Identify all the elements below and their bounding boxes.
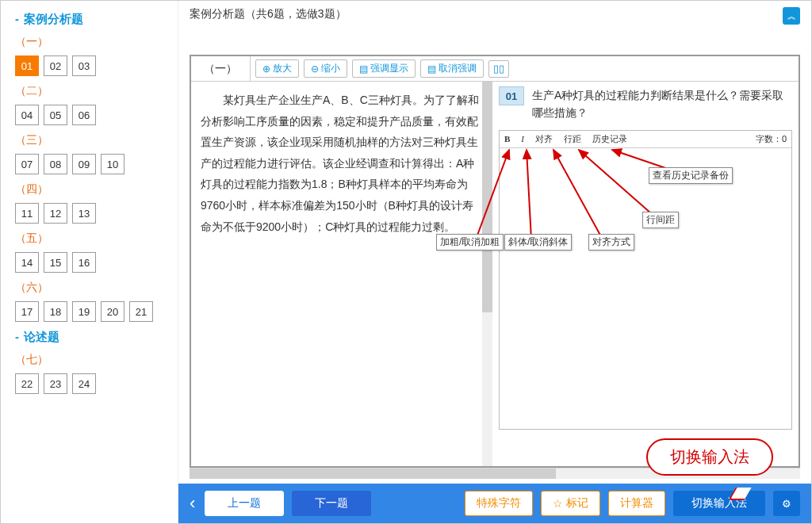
calculator-button[interactable]: 计算器 [608, 491, 665, 516]
passage-scrollbar[interactable] [482, 82, 492, 466]
next-button[interactable]: 下一题 [292, 491, 371, 516]
minus-icon: ⊖ [311, 63, 319, 75]
editor-textarea[interactable]: 加粗/取消加粗 斜体/取消斜体 对齐方式 行间距 查看历史记录备份 [500, 148, 791, 429]
star-icon: ☆ [553, 497, 563, 510]
question-number-badge: 01 [499, 86, 524, 105]
anno-align-label: 对齐方式 [588, 234, 634, 251]
group-5-label: （五） [15, 231, 178, 246]
passage-toolbar: （一） ⊕放大 ⊖缩小 ▤强调显示 ▤取消强调 ▯▯ [191, 56, 799, 82]
unhighlight-button[interactable]: ▤取消强调 [420, 59, 484, 78]
q-nav-13[interactable]: 13 [72, 203, 96, 224]
anno-lineheight-label: 行间距 [642, 212, 679, 228]
q-nav-01[interactable]: 01 [15, 55, 39, 76]
group-4-label: （四） [15, 182, 178, 197]
list-icon: ▤ [359, 63, 368, 75]
page-title: 案例分析题（共6题，选做3题） [190, 7, 347, 21]
lineheight-button[interactable]: 行距 [564, 133, 581, 145]
anno-italic-label: 斜体/取消斜体 [504, 234, 572, 251]
split-icon: ▯▯ [493, 63, 504, 75]
passage-text: 某灯具生产企业生产A、B、C三种灯具。为了了解和分析影响工序质量的因素，稳定和提… [191, 82, 492, 466]
zoom-in-button[interactable]: ⊕放大 [255, 59, 299, 78]
highlight-button[interactable]: ▤强调显示 [352, 59, 416, 78]
q-nav-15[interactable]: 15 [44, 252, 67, 273]
page-header: 案例分析题（共6题，选做3题） ︽ [178, 1, 811, 25]
prev-button[interactable]: 上一题 [205, 491, 284, 516]
word-count: 字数：0 [756, 133, 787, 145]
list-icon: ▤ [427, 63, 436, 75]
q-nav-23[interactable]: 23 [44, 373, 67, 394]
history-button[interactable]: 历史记录 [592, 133, 627, 145]
group-4: （四） 11 12 13 [15, 182, 178, 224]
q-nav-22[interactable]: 22 [15, 373, 39, 394]
q-nav-18[interactable]: 18 [44, 301, 67, 322]
svg-line-1 [527, 150, 531, 239]
q-nav-12[interactable]: 12 [44, 203, 67, 224]
group-7-label: （七） [15, 353, 178, 367]
sidebar: - 案例分析题 （一） 01 02 03 （二） 04 05 06 （三） 07… [1, 1, 178, 523]
q-nav-10[interactable]: 10 [101, 154, 124, 174]
group-6: （六） 17 18 19 20 21 [15, 281, 178, 322]
settings-button[interactable]: ⚙ [773, 491, 800, 516]
q-nav-08[interactable]: 08 [44, 154, 67, 174]
group-1: （一） 01 02 03 [15, 35, 178, 76]
main-area: 案例分析题（共6题，选做3题） ︽ （一） ⊕放大 ⊖缩小 ▤强调显示 ▤取消强… [178, 1, 811, 523]
q-nav-04[interactable]: 04 [15, 105, 39, 125]
q-nav-09[interactable]: 09 [72, 154, 96, 174]
content-wrap: （一） ⊕放大 ⊖缩小 ▤强调显示 ▤取消强调 ▯▯ 某灯具生产企业生产A、B、… [190, 55, 800, 468]
svg-line-3 [579, 150, 658, 220]
q-nav-05[interactable]: 05 [44, 105, 67, 125]
q-nav-17[interactable]: 17 [15, 301, 39, 322]
q-nav-20[interactable]: 20 [101, 301, 124, 322]
special-char-button[interactable]: 特殊字符 [465, 491, 533, 516]
q-nav-06[interactable]: 06 [72, 105, 96, 125]
group-2-label: （二） [15, 84, 178, 98]
q-nav-02[interactable]: 02 [44, 55, 67, 76]
q-nav-24[interactable]: 24 [72, 373, 96, 394]
ime-button[interactable]: 切换输入法 [673, 491, 765, 516]
editor-toolbar: B I 对齐 行距 历史记录 字数：0 [500, 131, 791, 148]
annotation-arrows [500, 148, 791, 429]
group-6-label: （六） [15, 281, 178, 295]
question-text: 生产A种灯具的过程能力判断结果是什么？需要采取哪些措施？ [532, 86, 792, 122]
q-nav-19[interactable]: 19 [72, 301, 96, 322]
collapse-button[interactable]: ︽ [783, 7, 800, 25]
zoom-out-button[interactable]: ⊖缩小 [304, 59, 347, 78]
group-2: （二） 04 05 06 [15, 84, 178, 125]
group-1-label: （一） [15, 35, 178, 49]
answer-editor: B I 对齐 行距 历史记录 字数：0 [499, 130, 792, 430]
group-3: （三） 07 08 09 10 [15, 133, 178, 174]
mark-button[interactable]: ☆标记 [541, 491, 600, 516]
group-5: （五） 14 15 16 [15, 231, 178, 273]
q-nav-21[interactable]: 21 [129, 301, 153, 322]
anno-bold-label: 加粗/取消加粗 [436, 234, 504, 251]
plus-icon: ⊕ [262, 63, 270, 75]
group-3-label: （三） [15, 133, 178, 147]
bold-button[interactable]: B [504, 134, 510, 143]
q-nav-07[interactable]: 07 [15, 154, 39, 174]
split-layout-button[interactable]: ▯▯ [488, 60, 509, 78]
q-nav-14[interactable]: 14 [15, 252, 39, 273]
answer-pane: 01 生产A种灯具的过程能力判断结果是什么？需要采取哪些措施？ B I 对齐 行… [492, 82, 799, 466]
q-nav-03[interactable]: 03 [72, 55, 96, 76]
ime-callout: 切换输入法 [646, 438, 773, 476]
q-nav-11[interactable]: 11 [15, 203, 39, 224]
group-7: （七） 22 23 24 [15, 353, 178, 394]
italic-button[interactable]: I [521, 134, 524, 143]
gear-icon: ⚙ [782, 498, 791, 510]
section-case-title: - 案例分析题 [15, 12, 178, 27]
q-nav-16[interactable]: 16 [72, 252, 96, 273]
toolbar-group-label: （一） [191, 56, 251, 81]
align-button[interactable]: 对齐 [535, 133, 553, 145]
section-essay-title: - 论述题 [15, 330, 178, 345]
collapse-left-icon[interactable]: ‹ [190, 493, 195, 514]
bottom-bar: ‹ 上一题 下一题 特殊字符 ☆标记 计算器 切换输入法 ⚙ [178, 484, 811, 523]
body-split: 某灯具生产企业生产A、B、C三种灯具。为了了解和分析影响工序质量的因素，稳定和提… [191, 82, 799, 466]
anno-history-label: 查看历史记录备份 [649, 167, 733, 184]
